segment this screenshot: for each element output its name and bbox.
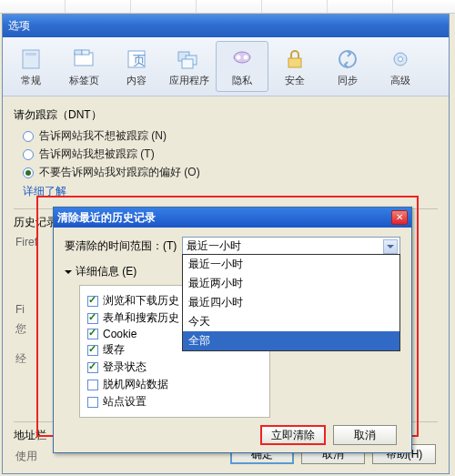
tab-advanced[interactable]: 高级: [374, 41, 427, 92]
content-icon: 页: [124, 46, 149, 72]
dnt-option-no-track[interactable]: 告诉网站我不想被跟踪 (N): [23, 128, 438, 144]
clear-now-button[interactable]: 立即清除: [260, 425, 326, 445]
tab-applications-label: 应用程序: [169, 74, 209, 87]
checkbox-icon: [87, 329, 98, 339]
tab-security-label: 安全: [285, 74, 305, 87]
check-label: Cookie: [103, 328, 136, 340]
time-range-dropdown: 最近一小时 最近两小时 最近四小时 今天 全部: [182, 254, 400, 351]
dnt-learn-more-link[interactable]: 详细了解: [23, 184, 438, 199]
applications-icon: [177, 46, 202, 72]
security-icon: [282, 46, 308, 72]
dialog-title: 清除最近的历史记录: [57, 210, 156, 226]
tab-general-label: 常规: [21, 74, 41, 87]
chevron-down-icon: [65, 270, 72, 278]
tab-privacy[interactable]: 隐私: [216, 41, 268, 92]
radio-icon: [23, 167, 34, 178]
dropdown-option[interactable]: 今天: [183, 312, 399, 331]
clear-history-dialog: 清除最近的历史记录 ✕ 要清除的时间范围：(T) 最近一小时 最近一小时 最近两…: [53, 207, 412, 453]
tab-security[interactable]: 安全: [268, 41, 321, 92]
dialog-cancel-button[interactable]: 取消: [333, 425, 397, 445]
privacy-icon: [229, 46, 255, 72]
tabs-icon: [71, 46, 96, 72]
check-label: 浏览和下载历史: [103, 293, 179, 309]
window-title: 选项: [8, 18, 30, 34]
check-label: 登录状态: [103, 360, 147, 375]
svg-rect-4: [82, 50, 89, 55]
checkbox-icon: [87, 397, 98, 408]
check-logins[interactable]: 登录状态: [87, 360, 262, 375]
dnt-heading: 请勿跟踪（DNT）: [14, 107, 438, 123]
titlebar: 选项: [3, 15, 449, 37]
details-label: 详细信息 (E): [76, 264, 136, 279]
general-icon: [18, 46, 44, 72]
svg-rect-3: [75, 50, 82, 55]
svg-point-16: [399, 56, 403, 61]
tab-content[interactable]: 页 内容: [110, 41, 163, 92]
checkbox-icon: [87, 380, 98, 390]
gear-icon: [388, 46, 413, 72]
time-range-label: 要清除的时间范围：(T): [65, 238, 177, 254]
close-button[interactable]: ✕: [391, 210, 408, 225]
check-offline-data[interactable]: 脱机网站数据: [87, 377, 262, 392]
sync-icon: [335, 46, 360, 72]
dnt-option-label: 不要告诉网站我对跟踪的偏好 (O): [39, 165, 200, 180]
svg-rect-13: [288, 58, 301, 67]
tab-sync[interactable]: 同步: [321, 41, 374, 92]
svg-rect-9: [182, 59, 193, 68]
dropdown-option[interactable]: 最近四小时: [183, 293, 399, 312]
dropdown-option[interactable]: 全部: [183, 331, 399, 350]
radio-icon: [23, 131, 34, 142]
checkbox-icon: [87, 362, 98, 373]
tab-applications[interactable]: 应用程序: [163, 41, 216, 92]
dnt-option-label: 告诉网站我不想被跟踪 (N): [39, 128, 167, 144]
tab-tabs[interactable]: 标签页: [57, 41, 110, 92]
svg-rect-1: [25, 53, 36, 56]
dnt-option-none[interactable]: 不要告诉网站我对跟踪的偏好 (O): [23, 165, 438, 180]
svg-point-12: [244, 55, 248, 59]
tab-sync-label: 同步: [338, 74, 358, 87]
tab-general[interactable]: 常规: [5, 41, 57, 92]
svg-point-14: [339, 51, 356, 67]
svg-text:页: 页: [133, 53, 146, 67]
check-label: 脱机网站数据: [103, 377, 168, 392]
tab-privacy-label: 隐私: [232, 74, 252, 87]
toolbar: 常规 标签页 页 内容 应用程序 隐私 安全 同步 高级: [3, 37, 449, 96]
dnt-option-label: 告诉网站我想被跟踪 (T): [39, 147, 155, 162]
checkbox-icon: [87, 296, 98, 307]
svg-point-11: [237, 55, 241, 59]
check-label: 缓存: [103, 342, 125, 358]
dialog-titlebar: 清除最近的历史记录 ✕: [54, 208, 411, 228]
radio-icon: [23, 149, 34, 160]
check-label: 站点设置: [103, 394, 147, 410]
dropdown-option[interactable]: 最近一小时: [183, 255, 399, 274]
checkbox-icon: [87, 313, 98, 324]
check-label: 表单和搜索历史: [103, 310, 179, 326]
time-range-select[interactable]: 最近一小时: [182, 237, 400, 255]
tab-advanced-label: 高级: [390, 74, 410, 87]
tab-tabs-label: 标签页: [69, 74, 99, 87]
dropdown-option[interactable]: 最近两小时: [183, 274, 399, 293]
tab-content-label: 内容: [126, 74, 147, 87]
background-window-strip: [0, 0, 455, 14]
check-site-settings[interactable]: 站点设置: [87, 394, 262, 410]
dnt-option-track[interactable]: 告诉网站我想被跟踪 (T): [23, 147, 438, 162]
checkbox-icon: [87, 345, 98, 356]
